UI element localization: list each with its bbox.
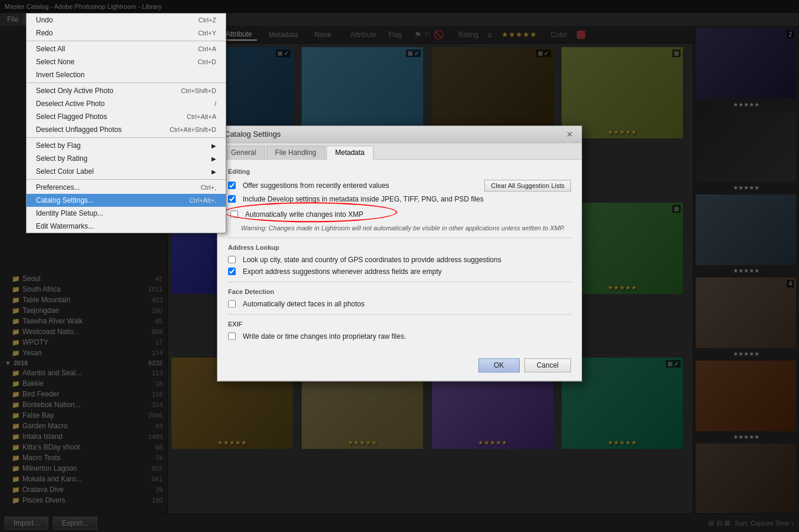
edit-dropdown: Undo Ctrl+Z Redo Ctrl+Y Select All Ctrl+… [26,13,226,233]
menu-catalog-settings[interactable]: Catalog Settings... Ctrl+Alt+, [27,194,226,207]
menu-deselect-active[interactable]: Deselect Active Photo / [27,97,226,110]
write-date-checkbox[interactable] [228,332,236,340]
include-develop-checkbox[interactable] [228,195,236,203]
separator-2 [27,82,226,83]
menu-deselect-unflagged[interactable]: Deselect Unflagged Photos Ctrl+Alt+Shift… [27,123,226,136]
auto-write-xmp-label: Automatically write changes into XMP [245,210,364,219]
cancel-button[interactable]: Cancel [524,358,571,372]
auto-write-xmp-checkbox[interactable] [230,210,238,218]
menu-undo[interactable]: Undo Ctrl+Z [27,14,226,27]
dialog-body: Editing Offer suggestions from recently … [217,160,582,352]
menu-select-by-rating[interactable]: Select by Rating ▶ [27,152,226,165]
dialog-tabs: General File Handling Metadata [217,143,582,160]
dialog-title: Catalog Settings [224,130,280,138]
exif-section-title: EXIF [228,320,571,328]
lookup-gps-row: Look up city, state and country of GPS c… [228,256,571,264]
separator-4 [27,179,226,180]
write-date-label: Write date or time changes into propriet… [243,332,406,341]
ok-button[interactable]: OK [478,358,520,372]
auto-detect-faces-label: Automatically detect faces in all photos [243,300,365,308]
dialog-close-button[interactable]: ✕ [565,130,575,139]
include-develop-label: Include Develop settings in metadata ins… [243,195,484,203]
offer-suggestions-checkbox[interactable] [228,181,236,189]
xmp-warning-text: Warning: Changes made in Lightroom will … [241,224,571,232]
separator-3 [27,137,226,138]
menu-select-none[interactable]: Select None Ctrl+D [27,55,226,68]
lookup-gps-checkbox[interactable] [228,256,236,263]
menu-select-all[interactable]: Select All Ctrl+A [27,42,226,55]
address-lookup-title: Address Lookup [228,244,571,251]
offer-suggestions-row: Offer suggestions from recently entered … [228,180,571,191]
include-develop-row: Include Develop settings in metadata ins… [228,195,571,203]
tab-general[interactable]: General [222,146,265,159]
separator-1 [27,41,226,41]
editing-section-title: Editing [228,168,571,175]
menu-select-by-color[interactable]: Select Color Label ▶ [27,165,226,178]
menu-preferences[interactable]: Preferences... Ctrl+, [27,181,226,194]
clear-suggestion-lists-button[interactable]: Clear All Suggestion Lists [484,180,571,191]
offer-suggestions-label: Offer suggestions from recently entered … [243,181,389,190]
catalog-settings-dialog: Catalog Settings ✕ General File Handling… [217,125,582,381]
export-address-row: Export address suggestions whenever addr… [228,267,571,276]
dialog-titlebar: Catalog Settings ✕ [217,126,582,143]
separator [228,237,571,238]
dialog-footer: OK Cancel [217,352,582,381]
menu-select-by-flag[interactable]: Select by Flag ▶ [27,139,226,152]
lookup-gps-label: Look up city, state and country of GPS c… [243,256,501,264]
menu-invert-selection[interactable]: Invert Selection [27,68,226,81]
tab-metadata[interactable]: Metadata [326,146,374,160]
menu-edit-watermarks[interactable]: Edit Watermarks... [27,220,226,233]
separator-3 [228,314,571,315]
menu-redo[interactable]: Redo Ctrl+Y [27,27,226,39]
auto-write-xmp-row: Automatically write changes into XMP [228,207,571,222]
export-address-checkbox[interactable] [228,267,236,275]
xmp-oval-container: Automatically write changes into XMP [228,207,571,222]
menu-select-only-active[interactable]: Select Only Active Photo Ctrl+Shift+D [27,84,226,97]
separator-2 [228,282,571,282]
menu-identity-plate[interactable]: Identity Plate Setup... [27,207,226,220]
menu-select-flagged[interactable]: Select Flagged Photos Ctrl+Alt+A [27,110,226,123]
auto-detect-faces-row: Automatically detect faces in all photos [228,300,571,308]
export-address-label: Export address suggestions whenever addr… [243,267,442,276]
write-date-row: Write date or time changes into propriet… [228,332,571,341]
tab-file-handling[interactable]: File Handling [266,146,325,159]
face-detection-title: Face Detection [228,288,571,295]
auto-detect-faces-checkbox[interactable] [228,300,236,308]
